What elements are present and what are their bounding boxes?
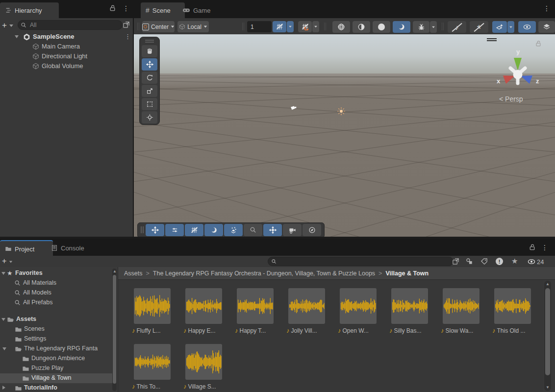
- expander-icon[interactable]: [2, 386, 5, 390]
- grid-visibility-toggle[interactable]: [538, 21, 555, 33]
- breadcrumb-current[interactable]: Village & Town: [385, 270, 429, 277]
- hierarchy-menu-button[interactable]: ⋮: [123, 5, 129, 12]
- expander-icon[interactable]: [1, 318, 5, 321]
- hierarchy-item-directional-light[interactable]: Directional Light: [0, 51, 133, 61]
- debug-mode-dropdown[interactable]: [430, 21, 437, 33]
- grid-snap-overlay-button[interactable]: [185, 224, 203, 236]
- tool-settings-button[interactable]: [165, 224, 184, 236]
- orientation-gizmo[interactable]: y x z: [491, 45, 545, 92]
- expander-icon[interactable]: [15, 35, 19, 38]
- search-by-label-button[interactable]: [480, 258, 488, 265]
- tree-item-dungeon-ambience[interactable]: Dungeon Ambience: [0, 354, 118, 364]
- asset-label: Silly Bas...: [394, 327, 422, 334]
- night-mode-toggle[interactable]: [393, 21, 410, 33]
- tab-console[interactable]: Console: [46, 240, 103, 256]
- tab-hierarchy[interactable]: Hierarchy: [0, 2, 59, 18]
- rect-tool-button[interactable]: [142, 98, 157, 110]
- projection-mode-label[interactable]: < Persp: [499, 95, 523, 103]
- snap-increment-dropdown[interactable]: [312, 21, 319, 32]
- search-importance-button[interactable]: !: [496, 258, 503, 265]
- hand-tool-button[interactable]: [142, 45, 157, 57]
- grid-scrollbar-thumb[interactable]: [545, 288, 550, 375]
- tree-item-favorites[interactable]: ★ Favorites: [0, 269, 118, 278]
- tab-project[interactable]: Project: [0, 240, 53, 257]
- rotate-tool-button[interactable]: [142, 72, 157, 84]
- grid-size-input[interactable]: [247, 21, 272, 32]
- tree-item-scenes[interactable]: Scenes: [0, 324, 118, 334]
- scene-viewport[interactable]: y x z < Persp: [134, 34, 555, 238]
- tree-item-village-town[interactable]: Village & Town: [0, 373, 112, 383]
- scale-tool-button[interactable]: [142, 85, 157, 97]
- project-maximize-button[interactable]: [452, 258, 459, 265]
- project-lock-button[interactable]: [529, 244, 536, 251]
- expander-icon[interactable]: [1, 272, 5, 275]
- hidden-objects-toggle[interactable]: [518, 21, 536, 33]
- search-by-type-button[interactable]: [466, 258, 473, 265]
- project-add-button[interactable]: +: [2, 257, 6, 266]
- hierarchy-item-global-volume[interactable]: Global Volume: [0, 61, 133, 71]
- tree-item-all-materials[interactable]: All Materials: [0, 278, 118, 288]
- expander-icon[interactable]: [2, 347, 6, 350]
- grid-snap-dropdown[interactable]: [287, 21, 294, 32]
- breadcrumb-pack[interactable]: The Legendary RPG Fantasy Orchestra - Du…: [153, 270, 375, 277]
- debug-mode-button[interactable]: [413, 21, 429, 33]
- visible-count-toggle[interactable]: 24: [528, 258, 544, 266]
- overlay-collapsed-handle[interactable]: [487, 38, 498, 42]
- crescent-moon-icon: [210, 226, 218, 234]
- camera-gizmo-icon[interactable]: [290, 105, 298, 111]
- cameras-overlay-button[interactable]: [283, 224, 302, 236]
- tree-item-settings[interactable]: Settings: [0, 334, 118, 344]
- hierarchy-add-button[interactable]: +: [2, 21, 7, 30]
- search-overlay-button[interactable]: [244, 224, 262, 236]
- effects-toggle[interactable]: *: [470, 21, 488, 33]
- toolbar-drag-handle[interactable]: [141, 226, 144, 233]
- scene-visibility-dropdown[interactable]: [507, 21, 514, 33]
- audio-thumbnail: [391, 288, 428, 324]
- tree-item-legendary-rpg[interactable]: The Legendary RPG Fanta: [0, 344, 118, 354]
- tools-toggle-button[interactable]: [146, 224, 164, 236]
- particles-icon: [230, 226, 237, 234]
- scene-visibility-toggle[interactable]: [492, 21, 507, 33]
- orientation-dropdown[interactable]: Local: [177, 21, 209, 32]
- hierarchy-search-input[interactable]: [18, 20, 123, 30]
- scroll-up-icon[interactable]: ▲: [546, 282, 550, 286]
- favorites-star-button[interactable]: ★: [511, 257, 518, 265]
- scene-menu-button[interactable]: ⋮: [543, 5, 550, 12]
- tree-item-assets[interactable]: Assets: [0, 315, 118, 324]
- lighting-toggle[interactable]: [373, 21, 390, 33]
- search-icon: [21, 22, 27, 28]
- tree-item-puzzle-play[interactable]: Puzzle Play: [0, 364, 118, 373]
- transform-tool-button[interactable]: [142, 111, 157, 123]
- tree-item-tutorialinfo[interactable]: TutorialInfo: [0, 383, 118, 392]
- tree-item-all-prefabs[interactable]: All Prefabs: [0, 298, 118, 308]
- audio-toggle[interactable]: ♪: [448, 21, 466, 33]
- project-menu-button[interactable]: ⋮: [541, 244, 548, 251]
- navigation-overlay-button[interactable]: [303, 224, 321, 236]
- particles-overlay-button[interactable]: [224, 224, 243, 236]
- scroll-down-icon[interactable]: ▼: [546, 386, 550, 390]
- tree-scrollbar-thumb[interactable]: [113, 275, 116, 384]
- hierarchy-maximize-button[interactable]: [123, 21, 130, 28]
- view-options-button[interactable]: [204, 224, 223, 236]
- tree-item-all-models[interactable]: All Models: [0, 288, 118, 298]
- grid-snap-toggle[interactable]: [273, 21, 286, 32]
- project-search-input[interactable]: [268, 257, 454, 266]
- snap-increment-button[interactable]: [298, 21, 312, 32]
- tree-scrollbar[interactable]: ▲: [112, 269, 117, 391]
- gamepad-icon: [182, 6, 190, 14]
- shaded-wire-button[interactable]: [353, 21, 370, 33]
- hierarchy-lock-button[interactable]: [109, 4, 116, 12]
- pivot-mode-dropdown[interactable]: Center: [142, 21, 175, 32]
- orientation-overlay-button[interactable]: [263, 224, 282, 236]
- scene-menu-icon[interactable]: ⋮: [125, 33, 131, 40]
- hierarchy-item-samplescene[interactable]: SampleScene ⋮: [0, 32, 133, 42]
- move-tool-button[interactable]: [142, 58, 157, 71]
- breadcrumb-assets[interactable]: Assets: [124, 270, 143, 277]
- overlay-drag-handle[interactable]: [145, 40, 154, 41]
- draw-mode-button[interactable]: [332, 21, 350, 33]
- light-gizmo-icon[interactable]: [337, 107, 346, 116]
- hierarchy-item-main-camera[interactable]: Main Camera: [0, 42, 133, 51]
- tab-game[interactable]: Game: [177, 2, 225, 18]
- scroll-up-icon[interactable]: ▲: [113, 270, 117, 273]
- grid-scrollbar[interactable]: ▲ ▼: [544, 281, 551, 391]
